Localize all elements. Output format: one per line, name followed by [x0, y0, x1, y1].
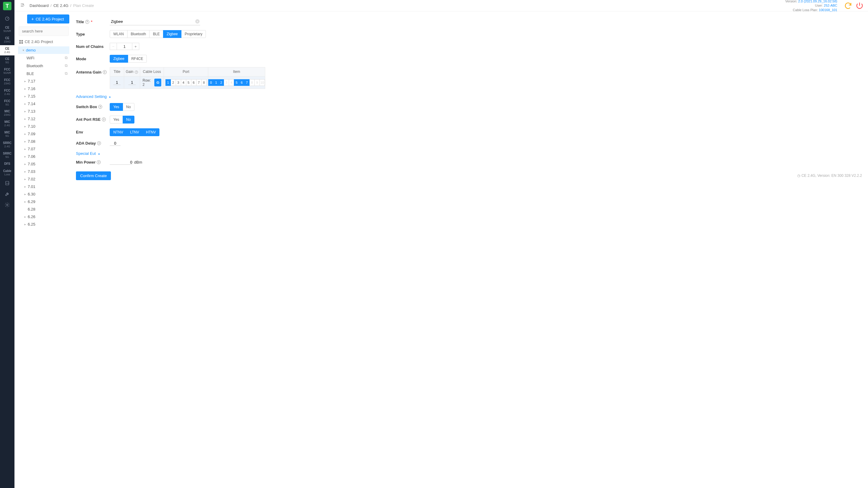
crumb-module[interactable]: CE 2.4G: [53, 3, 68, 8]
copy-icon[interactable]: ⧉: [65, 56, 67, 60]
tree-version[interactable]: ▸7.07: [18, 145, 69, 153]
seg-option[interactable]: LTNV: [127, 128, 143, 136]
tree-version[interactable]: ▸7.12: [18, 115, 69, 123]
tree-version[interactable]: ▸7.13: [18, 107, 69, 115]
seg-option[interactable]: HTNV: [142, 128, 159, 136]
num-option[interactable]: 2: [218, 79, 224, 86]
num-option[interactable]: 5: [234, 79, 239, 86]
seg-option[interactable]: WLAN: [110, 30, 127, 38]
tree-version[interactable]: ▸7.08: [18, 138, 69, 145]
seg-option[interactable]: Bluetooth: [127, 30, 150, 38]
rail-ce-24g[interactable]: CE2.4G: [0, 45, 14, 56]
seg-option[interactable]: Proprietary: [181, 30, 206, 38]
version-link[interactable]: 2.0 (2021.09.29_16.02.58): [798, 0, 837, 3]
rail-ce-5gnr[interactable]: CE5GNR: [0, 24, 14, 35]
help-icon[interactable]: ?: [97, 160, 101, 164]
tree-version[interactable]: 6.28: [18, 205, 69, 213]
stepper-minus[interactable]: −: [110, 43, 117, 50]
clear-icon[interactable]: ✕: [195, 19, 199, 24]
num-option[interactable]: 4: [181, 79, 186, 86]
help-icon[interactable]: ?: [85, 20, 89, 24]
wrench-icon[interactable]: [0, 189, 14, 200]
rail-fcc-5gnr[interactable]: FCC5GNR: [0, 66, 14, 76]
confirm-button[interactable]: Confirm Create: [76, 171, 111, 180]
copy-icon[interactable]: ⧉: [65, 71, 67, 76]
tree-version[interactable]: ▸7.14: [18, 100, 69, 107]
rail-fcc-24g[interactable]: FCC2.4G: [0, 87, 14, 98]
plan-link[interactable]: 100168_101: [819, 8, 837, 12]
advanced-toggle[interactable]: Advanced Setting▴: [76, 91, 862, 101]
num-option[interactable]: 6: [239, 79, 244, 86]
tree-child[interactable]: BLE⧉: [18, 70, 69, 77]
num-option[interactable]: 1: [213, 79, 219, 86]
help-icon[interactable]: ?: [135, 70, 138, 73]
menu-toggle-icon[interactable]: [19, 1, 27, 10]
num-option[interactable]: 5: [186, 79, 191, 86]
rail-fcc-234g[interactable]: FCC234G: [0, 76, 14, 87]
seg-option[interactable]: Yes: [110, 116, 123, 124]
tree-version[interactable]: ▸6.30: [18, 190, 69, 198]
title-input[interactable]: [110, 18, 200, 25]
minpower-input[interactable]: [110, 160, 132, 165]
tree-version[interactable]: ▸7.02: [18, 175, 69, 183]
stepper-plus[interactable]: +: [132, 43, 139, 50]
help-icon[interactable]: ?: [98, 105, 102, 109]
ant-gain-input[interactable]: [128, 80, 135, 85]
search-input[interactable]: [19, 27, 69, 36]
seg-option[interactable]: NTNV: [110, 128, 127, 136]
seg-option[interactable]: RF4CE: [128, 55, 147, 63]
project-root[interactable]: CE 2.4G Project: [18, 38, 69, 46]
rail-cable-loss[interactable]: CableLoss: [0, 167, 14, 178]
tree-version[interactable]: ▸6.29: [18, 198, 69, 205]
doc-icon[interactable]: DOC: [0, 178, 14, 189]
num-option[interactable]: 3: [176, 79, 181, 86]
ada-input[interactable]: [110, 141, 121, 146]
tree-version[interactable]: ▸7.10: [18, 123, 69, 130]
rail-mic-24g[interactable]: MIC2.4G: [0, 119, 14, 129]
num-option[interactable]: 7: [244, 79, 250, 86]
ant-title-input[interactable]: [113, 80, 121, 85]
gear-icon[interactable]: [154, 78, 161, 87]
rail-dfs[interactable]: DFS: [0, 160, 14, 167]
rail-fcc-5g[interactable]: FCC5G: [0, 98, 14, 108]
tree-version[interactable]: ▸7.05: [18, 160, 69, 168]
num-option[interactable]: 7: [196, 79, 202, 86]
num-option[interactable]: 2: [170, 79, 176, 86]
reload-icon[interactable]: [844, 1, 852, 10]
tree-child[interactable]: Bluetooth⧉: [18, 62, 69, 70]
settings-icon[interactable]: [0, 200, 14, 210]
copy-icon[interactable]: ⧉: [65, 63, 67, 68]
tree-version[interactable]: ▸7.01: [18, 183, 69, 190]
rail-mic-5g[interactable]: MIC5G: [0, 129, 14, 139]
dashboard-icon[interactable]: [0, 13, 14, 24]
seg-option[interactable]: No: [123, 103, 134, 111]
seg-option[interactable]: Yes: [110, 103, 123, 111]
tree-version[interactable]: ▸6.25: [18, 221, 69, 228]
tree-version[interactable]: ▸7.17: [18, 77, 69, 85]
num-option[interactable]: 1: [165, 79, 171, 86]
help-icon[interactable]: ?: [103, 70, 107, 74]
tree-version[interactable]: ▸7.09: [18, 130, 69, 138]
new-project-button[interactable]: +CE 2.4G Project: [27, 14, 69, 24]
rail-ce-5g[interactable]: CE5G: [0, 56, 14, 66]
power-icon[interactable]: [855, 1, 864, 10]
seg-option[interactable]: Zigbee: [110, 55, 128, 63]
tree-version[interactable]: ▸7.03: [18, 168, 69, 175]
rail-srrc-5g[interactable]: SRRC5G: [0, 150, 14, 161]
tree-version[interactable]: ▸7.16: [18, 85, 69, 93]
user-link[interactable]: 252-ABC: [824, 4, 837, 7]
help-icon[interactable]: ?: [102, 118, 106, 121]
rail-ce-234g[interactable]: CE234G: [0, 35, 14, 45]
seg-option[interactable]: Zigbee: [163, 30, 181, 38]
tree-version[interactable]: ▸7.06: [18, 153, 69, 160]
tree-version[interactable]: ▸7.15: [18, 93, 69, 100]
help-icon[interactable]: ?: [97, 141, 101, 145]
rail-mic-234g[interactable]: MIC234G: [0, 108, 14, 119]
num-option[interactable]: 0: [208, 79, 214, 86]
special-toggle[interactable]: Special Eut▴: [76, 148, 862, 158]
tree-demo[interactable]: ▾demo: [18, 46, 69, 54]
crumb-dashboard[interactable]: Dashboard: [30, 3, 49, 8]
seg-option[interactable]: BLE: [149, 30, 163, 38]
seg-option[interactable]: No: [123, 116, 134, 124]
num-option[interactable]: 6: [191, 79, 196, 86]
